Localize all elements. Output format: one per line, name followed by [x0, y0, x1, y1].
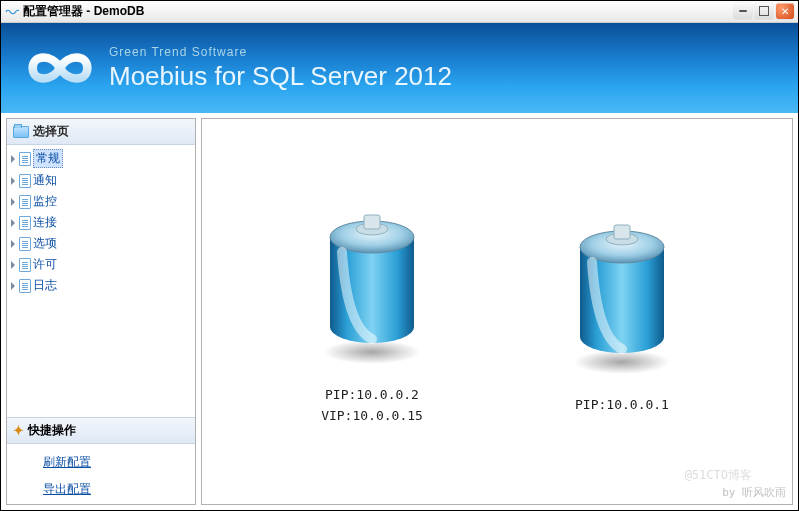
window-controls: ✕ [734, 3, 794, 19]
sidebar-item-log[interactable]: 日志 [7, 275, 195, 296]
maximize-button[interactable] [755, 3, 773, 19]
pip-label: PIP:10.0.0.1 [575, 395, 669, 416]
page-icon [19, 258, 31, 272]
pip-label: PIP:10.0.0.2 [321, 385, 423, 406]
expand-icon [11, 177, 15, 185]
sidebar-item-connect[interactable]: 连接 [7, 212, 195, 233]
close-button[interactable]: ✕ [776, 3, 794, 19]
node-labels: PIP:10.0.0.2 VIP:10.0.0.15 [321, 385, 423, 427]
quick-link-export[interactable]: 导出配置 [43, 481, 195, 498]
quick-link-refresh[interactable]: 刷新配置 [43, 454, 195, 471]
sidebar-item-notify[interactable]: 通知 [7, 170, 195, 191]
quick-header-label: 快捷操作 [28, 422, 76, 439]
minimize-button[interactable] [734, 3, 752, 19]
quick-links: 刷新配置 导出配置 [7, 444, 195, 504]
node-labels: PIP:10.0.0.1 [575, 395, 669, 416]
sidebar-item-options[interactable]: 选项 [7, 233, 195, 254]
banner: Green Trend Software Moebius for SQL Ser… [1, 23, 798, 113]
expand-icon [11, 282, 15, 290]
body: 选择页 常规 通知 监控 连接 [1, 113, 798, 510]
sidebar-nav: 常规 通知 监控 连接 选项 [7, 145, 195, 298]
database-icon [312, 197, 432, 367]
svg-rect-3 [364, 215, 380, 229]
sidebar-item-general[interactable]: 常规 [7, 147, 195, 170]
sidebar-select-header: 选择页 [7, 119, 195, 145]
page-icon [19, 152, 31, 166]
sidebar-quick-header: ✦ 快捷操作 [7, 417, 195, 444]
sidebar: 选择页 常规 通知 监控 连接 [6, 118, 196, 505]
window-title: 配置管理器 - DemoDB [23, 3, 144, 20]
expand-icon [11, 240, 15, 248]
page-icon [19, 237, 31, 251]
titlebar: 配置管理器 - DemoDB ✕ [1, 1, 798, 23]
sidebar-item-label: 常规 [33, 149, 63, 168]
select-header-label: 选择页 [33, 123, 69, 140]
sidebar-item-label: 日志 [33, 277, 57, 294]
main-pane: PIP:10.0.0.2 VIP:10.0.0.15 [201, 118, 793, 505]
db-node-1[interactable]: PIP:10.0.0.2 VIP:10.0.0.15 [312, 197, 432, 427]
page-icon [19, 174, 31, 188]
page-icon [19, 279, 31, 293]
expand-icon [11, 155, 15, 163]
expand-icon [11, 219, 15, 227]
watermark: by 听风吹雨 [722, 485, 786, 500]
sidebar-item-label: 监控 [33, 193, 57, 210]
folder-icon [13, 126, 29, 138]
sidebar-item-label: 通知 [33, 172, 57, 189]
bolt-icon: ✦ [13, 424, 24, 437]
watermark-faint: @51CTO博客 [685, 467, 752, 484]
sidebar-item-label: 连接 [33, 214, 57, 231]
banner-title: Moebius for SQL Server 2012 [109, 61, 452, 92]
vip-label: VIP:10.0.0.15 [321, 406, 423, 427]
page-icon [19, 195, 31, 209]
infinity-logo-icon [21, 42, 99, 94]
banner-subtitle: Green Trend Software [109, 45, 452, 59]
sidebar-item-label: 许可 [33, 256, 57, 273]
expand-icon [11, 198, 15, 206]
page-icon [19, 216, 31, 230]
sidebar-item-license[interactable]: 许可 [7, 254, 195, 275]
sidebar-item-label: 选项 [33, 235, 57, 252]
database-icon [562, 207, 682, 377]
sidebar-item-monitor[interactable]: 监控 [7, 191, 195, 212]
expand-icon [11, 261, 15, 269]
db-node-2[interactable]: PIP:10.0.0.1 [562, 207, 682, 416]
app-icon [5, 5, 19, 19]
svg-rect-7 [614, 225, 630, 239]
